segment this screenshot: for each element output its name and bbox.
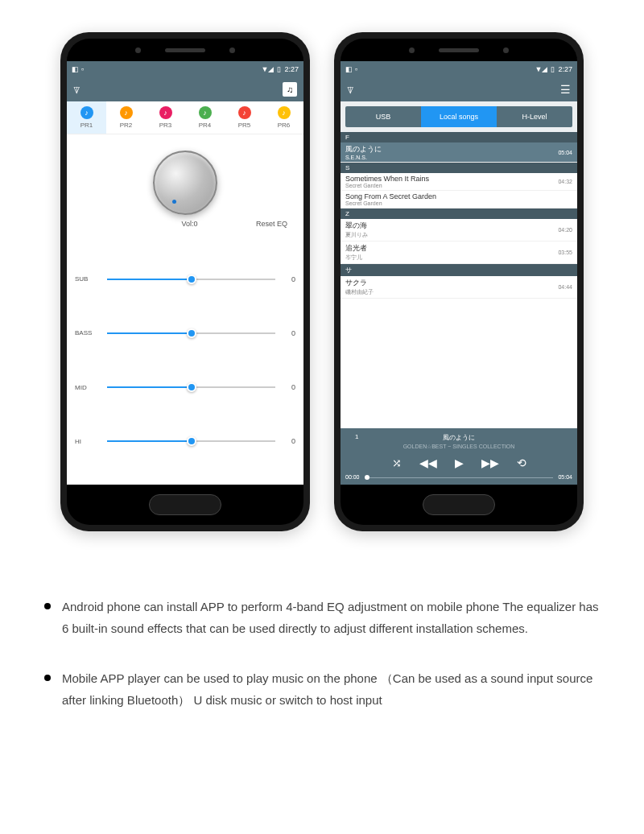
slider-thumb[interactable] [187,275,196,284]
slider-value: 0 [283,437,295,445]
slider-thumb[interactable] [187,436,196,446]
slider-thumb[interactable] [187,328,196,338]
phone-bezel-top [341,39,577,61]
song-artist: 磯村由紀子 [345,288,374,296]
song-row[interactable]: 風のようにS.E.N.S.05:04 [341,142,577,163]
preset-pr6[interactable]: ♪PR6 [264,101,303,134]
song-row[interactable]: 追光者岑宁儿03:55 [341,242,577,264]
now-playing-album: GOLDEN☆BEST ~ SINGLES COLLECTION [345,444,572,450]
song-artist: 岑宁儿 [345,254,367,262]
player-app-bar: ⍒ ☰ [341,77,577,101]
song-row[interactable]: 翠の海夏川りみ04:20 [341,219,577,242]
preset-label: PR6 [278,122,291,129]
phone-frame-player: ◧ ▫ ▼◢ ▯ 2:27 ⍒ ☰ USBLocal songsH-Level … [334,32,584,531]
slider-thumb[interactable] [187,382,196,392]
slider-label: MID [75,384,99,391]
shuffle-icon[interactable]: ⤮ [392,456,402,469]
song-title: 風のように [345,144,382,155]
music-icon[interactable]: ♫ [283,82,297,97]
song-duration: 05:04 [558,150,572,155]
song-title: Sometimes When It Rains [345,175,429,183]
notification-icon: ◧ [72,65,79,73]
preset-pr1[interactable]: ♪PR1 [67,101,106,134]
section-header: Z [341,208,577,219]
song-artist: Secret Garden [345,183,429,188]
volume-label: Vol:0 [123,220,256,228]
section-header: F [341,132,577,142]
phone-screen-eq: ◧ ▫ ▼◢ ▯ 2:27 ⍒ ♫ ♪PR1♪PR2♪PR3♪PR4♪PR5♪P… [67,61,303,485]
song-row[interactable]: サクラ磯村由紀子04:44 [341,276,577,299]
song-duration: 04:44 [558,284,572,290]
song-duration: 04:32 [558,179,572,184]
home-button[interactable] [423,494,495,515]
slider-mid: MID0 [75,371,295,403]
song-artist: Secret Garden [345,200,436,206]
tab-h-level[interactable]: H-Level [497,106,572,127]
song-title: Song From A Secret Garden [345,192,436,200]
slider-value: 0 [283,329,295,337]
bullet-icon [44,675,51,681]
tab-usb[interactable]: USB [345,106,421,127]
player-bar: 1 風のように GOLDEN☆BEST ~ SINGLES COLLECTION… [341,428,577,485]
elapsed-time: 00:00 [345,474,360,480]
song-title: 追光者 [345,243,367,254]
slider-label: BASS [75,329,99,336]
settings-icon[interactable]: ☰ [560,83,571,96]
slider-sub: SUB0 [75,263,295,295]
player-tabs: USBLocal songsH-Level [345,106,572,127]
desc-text-1: Android phone can install APP to perform… [62,596,600,639]
desc-text-2: Mobile APP player can be used to play mu… [62,667,600,711]
section-header: S [341,163,577,173]
preset-icon: ♪ [80,106,93,119]
preset-pr3[interactable]: ♪PR3 [146,101,185,134]
slider-track[interactable] [107,440,275,442]
slider-bass: BASS0 [75,317,295,349]
song-title: サクラ [345,278,374,288]
phone-screen-player: ◧ ▫ ▼◢ ▯ 2:27 ⍒ ☰ USBLocal songsH-Level … [341,61,577,485]
tab-local-songs[interactable]: Local songs [421,106,497,127]
slider-track[interactable] [107,386,275,388]
notification-icon: ◧ [345,65,353,73]
slider-track[interactable] [107,279,275,280]
preset-label: PR1 [80,122,93,129]
preset-label: PR3 [159,122,172,129]
section-header: サ [341,264,577,276]
previous-icon[interactable]: ◀◀ [419,456,437,469]
phones-container: ◧ ▫ ▼◢ ▯ 2:27 ⍒ ♫ ♪PR1♪PR2♪PR3♪PR4♪PR5♪P… [0,0,644,564]
eq-sliders: SUB0BASS0MID0HI0 [67,236,303,485]
battery-icon: ▯ [277,65,281,73]
progress-bar[interactable] [365,477,554,478]
song-list[interactable]: F風のようにS.E.N.S.05:04SSometimes When It Ra… [341,132,577,428]
song-row[interactable]: Song From A Secret GardenSecret Garden [341,191,577,208]
song-artist: S.E.N.S. [345,155,382,160]
song-row[interactable]: Sometimes When It RainsSecret Garden04:3… [341,173,577,191]
preset-pr4[interactable]: ♪PR4 [185,101,225,134]
play-icon[interactable]: ▶ [455,456,464,469]
phone-bezel-bottom [67,485,303,525]
volume-knob-area: Vol:0 Reset EQ [67,134,303,236]
slider-track[interactable] [107,332,275,334]
phone-frame-eq: ◧ ▫ ▼◢ ▯ 2:27 ⍒ ♫ ♪PR1♪PR2♪PR3♪PR4♪PR5♪P… [60,32,310,531]
notification-icon: ▫ [355,65,357,73]
preset-pr2[interactable]: ♪PR2 [106,101,146,134]
description-text: Android phone can install APP to perform… [0,564,644,771]
reset-eq-button[interactable]: Reset EQ [256,220,287,228]
slider-label: HI [75,438,99,445]
preset-label: PR5 [238,122,251,129]
repeat-icon[interactable]: ⟲ [517,456,526,469]
track-number: 1 [355,433,358,440]
notification-icon: ▫ [81,65,84,73]
preset-label: PR4 [199,122,212,129]
preset-label: PR2 [120,122,133,129]
now-playing-title: 風のように [443,434,475,441]
bluetooth-icon[interactable]: ⍒ [73,83,80,96]
next-icon[interactable]: ▶▶ [481,456,499,469]
preset-pr5[interactable]: ♪PR5 [225,101,264,134]
song-artist: 夏川りみ [345,231,368,239]
volume-knob[interactable] [153,151,217,215]
home-button[interactable] [149,494,221,515]
bullet-icon [44,603,51,609]
bluetooth-icon[interactable]: ⍒ [347,83,353,96]
status-time: 2:27 [284,65,299,73]
phone-bezel-bottom [341,485,577,525]
